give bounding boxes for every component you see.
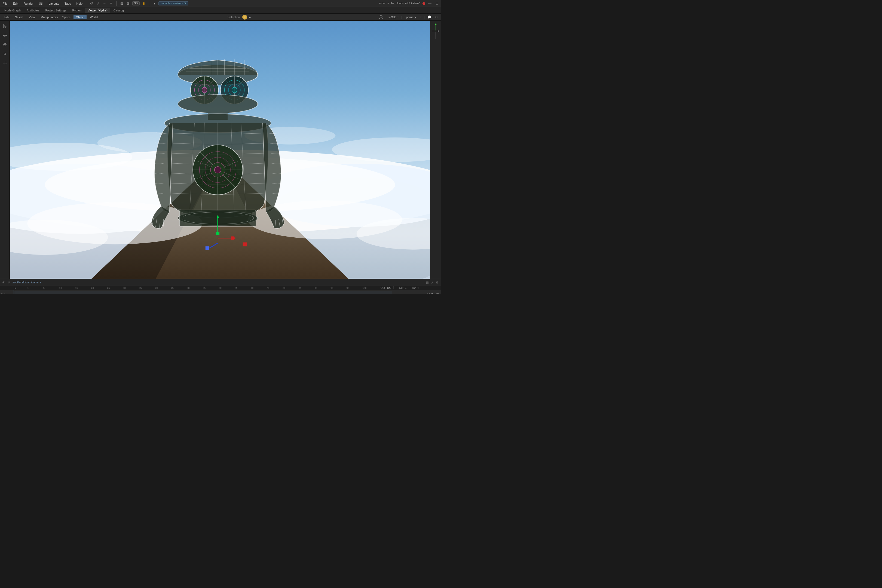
- refresh2-icon[interactable]: ↻: [434, 15, 439, 20]
- tl-frame-15: 15: [75, 286, 91, 290]
- tl-in-value[interactable]: 1: [4, 292, 6, 294]
- render-mode-badge[interactable]: 3D: [132, 2, 140, 6]
- tl-frame-80: 80: [283, 286, 298, 290]
- srgb-dropdown[interactable]: ▾: [398, 16, 399, 18]
- prev-frame-icon[interactable]: ⏮: [427, 292, 430, 294]
- selection-sphere-icon[interactable]: [242, 15, 247, 20]
- comment-icon[interactable]: 💬: [427, 15, 432, 20]
- settings2-icon[interactable]: ⚙: [436, 280, 439, 285]
- svg-point-63: [232, 87, 237, 93]
- tl-frame-95: 95: [330, 286, 346, 290]
- menu-layouts[interactable]: Layouts: [48, 2, 60, 6]
- tl-frame-100: 100: [362, 286, 378, 290]
- tab-node-graph[interactable]: Node Graph: [2, 8, 23, 13]
- rotate-tool-icon[interactable]: [2, 41, 8, 48]
- tl-frame-1: 1: [27, 286, 43, 290]
- camera-icon[interactable]: ⊡: [119, 1, 124, 6]
- primary-dropdown[interactable]: primary: [404, 15, 418, 20]
- menu-util[interactable]: Util: [38, 2, 44, 6]
- tl-cur-value[interactable]: 1: [405, 286, 407, 290]
- selection-section: Selection: ▸: [228, 15, 251, 20]
- user-avatar-icon: [378, 14, 384, 20]
- refresh-icon[interactable]: ↺: [89, 1, 94, 6]
- srgb-area: sRGB ▾: [388, 15, 399, 19]
- toolbar-right-icons: sRGB ▾ | primary ▾ | 💬 ↻: [378, 14, 439, 20]
- tl-cur-section: Cur 1: [397, 286, 409, 290]
- timeline-track[interactable]: In 1 ⏮ ▶ ⏭: [0, 290, 441, 294]
- timeline-expand-icon[interactable]: ▶: [15, 286, 16, 290]
- timeline-range[interactable]: [14, 291, 392, 294]
- world-button[interactable]: World: [88, 15, 100, 20]
- tab-project-settings[interactable]: Project Settings: [42, 8, 69, 13]
- tl-frame-90: 90: [315, 286, 331, 290]
- edit-button[interactable]: Edit: [2, 15, 12, 20]
- svg-rect-99: [231, 236, 234, 240]
- settings-icon[interactable]: ≡: [109, 1, 114, 6]
- play-icon[interactable]: ▶: [432, 292, 434, 294]
- srgb-label[interactable]: sRGB: [388, 15, 396, 19]
- variant-badge[interactable]: variables: variant - D: [158, 2, 188, 6]
- tab-viewer[interactable]: Viewer (Hydra): [85, 8, 110, 13]
- camera-tool-icon[interactable]: [2, 60, 8, 66]
- divider: [116, 2, 117, 6]
- tab-attributes[interactable]: Attributes: [24, 8, 42, 13]
- selection-label: Selection:: [228, 15, 241, 19]
- tl-frame-50: 50: [187, 286, 203, 290]
- svg-rect-101: [206, 246, 209, 250]
- eye-icon[interactable]: 👁: [2, 280, 6, 285]
- maximize-icon[interactable]: □: [435, 1, 440, 6]
- scale-tool-icon[interactable]: [2, 51, 8, 57]
- tl-frame-20: 20: [91, 286, 107, 290]
- back-icon[interactable]: ←: [102, 1, 107, 6]
- compass-widget[interactable]: [432, 23, 440, 39]
- grid-icon[interactable]: ⊞: [126, 1, 130, 6]
- next-frame-icon[interactable]: ⏭: [435, 292, 439, 294]
- menu-help[interactable]: Help: [75, 2, 84, 6]
- svg-rect-102: [243, 242, 247, 246]
- select-button[interactable]: Select: [13, 15, 26, 20]
- tl-frame-35: 35: [139, 286, 155, 290]
- right-panel: [430, 21, 441, 279]
- tl-frame-60: 60: [219, 286, 235, 290]
- left-tools-panel: [0, 21, 10, 279]
- svg-marker-6: [6, 35, 7, 36]
- sync-icon[interactable]: ⇄: [96, 1, 100, 6]
- dropdown-arrow-icon[interactable]: ▾: [152, 1, 157, 6]
- main-area: [0, 21, 441, 279]
- tl-inc-value[interactable]: 1: [417, 286, 419, 290]
- menu-edit[interactable]: Edit: [12, 2, 20, 6]
- tl-frame-55: 55: [203, 286, 219, 290]
- svg-marker-17: [6, 63, 7, 63]
- clouds-layer: [10, 21, 430, 279]
- select-tool-icon[interactable]: [2, 23, 8, 29]
- tab-python[interactable]: Python: [69, 8, 84, 13]
- close-button[interactable]: [423, 2, 425, 5]
- tl-frame-25: 25: [107, 286, 123, 290]
- primary-arrow[interactable]: ▾: [420, 16, 422, 18]
- translate-tool-icon[interactable]: [2, 32, 8, 39]
- tl-out-label: Out: [381, 286, 385, 290]
- svg-point-7: [3, 43, 6, 46]
- viewer-area[interactable]: [10, 21, 430, 279]
- tl-frame-99: 99: [346, 286, 363, 290]
- tl-out-section: Out 100: [378, 286, 394, 290]
- menu-render[interactable]: Render: [22, 2, 34, 6]
- tl-out-value[interactable]: 100: [387, 286, 391, 290]
- tl-inc-section: Inc 1: [412, 286, 419, 290]
- selection-arrow-icon[interactable]: ▸: [249, 15, 251, 20]
- menu-file[interactable]: File: [2, 2, 9, 6]
- manipulators-button[interactable]: Manipulators: [38, 15, 60, 20]
- target-icon[interactable]: ◎: [8, 280, 10, 285]
- pause-icon[interactable]: ⏸: [141, 1, 146, 6]
- tl-frame-30: 30: [123, 286, 139, 290]
- svg-point-64: [178, 95, 258, 113]
- menu-tabs[interactable]: Tabs: [63, 2, 72, 6]
- fps-icon[interactable]: ⊞: [426, 280, 429, 285]
- fullscreen-icon[interactable]: ⤢: [431, 280, 434, 285]
- view-button[interactable]: View: [27, 15, 38, 20]
- minimize-icon[interactable]: —: [428, 1, 432, 6]
- space-label: Space:: [61, 15, 72, 19]
- object-button[interactable]: Object: [74, 15, 87, 20]
- tab-catalog[interactable]: Catalog: [111, 8, 127, 13]
- status-bar: 👁 ◎ /root/world/cam/camera ⊞ ⤢ ⚙: [0, 279, 441, 286]
